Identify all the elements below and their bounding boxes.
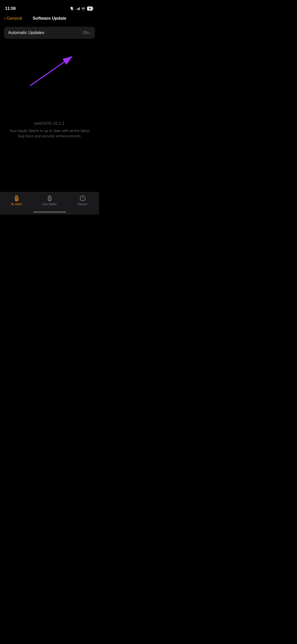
wifi-icon <box>81 7 86 10</box>
home-indicator <box>33 211 66 213</box>
page-title: Software Update <box>32 16 66 21</box>
settings-section: Automatic Updates On › <box>0 24 99 41</box>
automatic-updates-value: On <box>83 30 89 35</box>
battery-icon: 36 <box>87 7 94 11</box>
tab-my-watch-label: My Watch <box>11 203 22 206</box>
battery-level: 36 <box>88 7 91 10</box>
tab-face-gallery-label: Face Gallery <box>42 203 57 206</box>
svg-marker-17 <box>82 197 83 198</box>
status-icons: 36 <box>70 7 94 11</box>
svg-marker-18 <box>82 198 83 200</box>
nav-bar: ‹ General Software Update <box>0 14 99 24</box>
automatic-updates-row[interactable]: Automatic Updates On › <box>4 27 95 39</box>
settings-row-value: On › <box>83 30 91 35</box>
tab-my-watch[interactable]: My Watch <box>0 195 33 206</box>
automatic-updates-label: Automatic Updates <box>8 30 44 35</box>
status-bar: 11:59 36 <box>0 0 99 14</box>
face-gallery-icon <box>46 195 53 202</box>
my-watch-icon <box>13 195 20 202</box>
update-info: watchOS 10.1.1 Your Apple Watch is up to… <box>0 121 99 139</box>
status-time: 11:59 <box>5 6 16 11</box>
svg-point-1 <box>83 10 84 10</box>
signal-bars-icon <box>75 7 80 10</box>
back-label: General <box>7 16 22 21</box>
tab-discover-label: Discover <box>78 203 87 206</box>
svg-rect-10 <box>48 197 51 200</box>
svg-line-3 <box>30 57 72 86</box>
back-button[interactable]: ‹ General <box>4 16 22 21</box>
chevron-right-icon: › <box>90 31 91 35</box>
update-message: Your Apple Watch is up to date with all … <box>8 128 91 139</box>
svg-line-9 <box>17 199 17 199</box>
notification-muted-icon <box>70 7 74 11</box>
tab-face-gallery[interactable]: Face Gallery <box>33 195 66 206</box>
tab-discover[interactable]: Discover <box>66 195 99 206</box>
update-version: watchOS 10.1.1 <box>8 121 91 126</box>
back-chevron-icon: ‹ <box>4 15 6 21</box>
discover-icon <box>79 195 86 202</box>
annotation-arrow <box>25 43 91 93</box>
